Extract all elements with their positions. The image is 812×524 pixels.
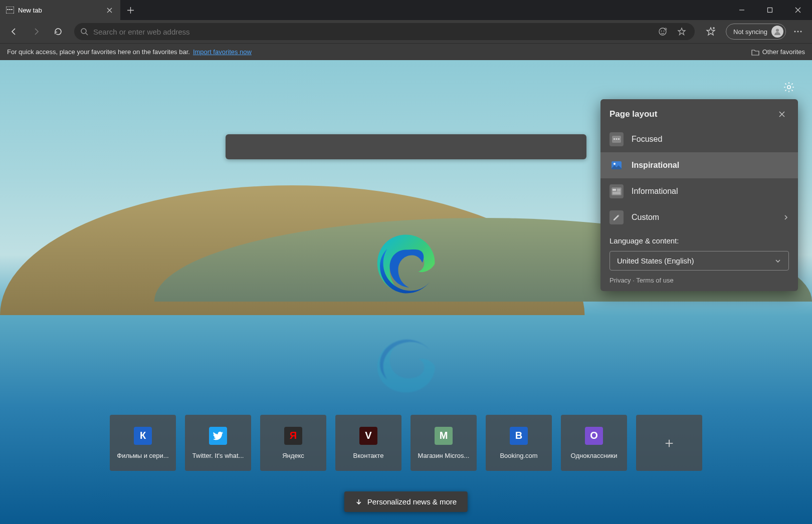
page-settings-button[interactable] xyxy=(780,78,798,96)
edge-logo-reflection xyxy=(373,337,439,395)
tile-label: Booking.com xyxy=(500,452,537,459)
tile-label: Фильмы и сери... xyxy=(117,452,168,459)
layout-option-inspirational[interactable]: Inspirational xyxy=(600,152,798,178)
new-tab-button[interactable] xyxy=(120,0,140,20)
svg-rect-22 xyxy=(613,189,616,191)
favorites-bar: For quick access, place your favorites h… xyxy=(0,43,812,60)
maximize-button[interactable] xyxy=(756,0,784,20)
arrow-down-icon xyxy=(355,498,362,505)
tile-label: Вконтакте xyxy=(353,452,384,459)
minimize-button[interactable] xyxy=(728,0,756,20)
tile-icon: В xyxy=(510,427,528,445)
tile-label: Магазин Micros... xyxy=(418,452,470,459)
ntp-search-box[interactable] xyxy=(226,134,586,159)
quick-link-tile[interactable]: ООдноклассники xyxy=(561,415,627,471)
layout-option-focused[interactable]: Focused xyxy=(600,126,798,152)
tile-icon: О xyxy=(585,427,603,445)
favorites-hint: For quick access, place your favorites h… xyxy=(7,48,190,56)
tile-icon: К xyxy=(134,427,152,445)
layout-option-label: Custom xyxy=(632,213,659,222)
svg-rect-21 xyxy=(612,187,622,195)
tile-label: Twitter. It's what... xyxy=(192,452,244,459)
back-button[interactable] xyxy=(4,22,24,42)
layout-option-informational[interactable]: Informational xyxy=(600,178,798,204)
tile-icon: V xyxy=(359,427,377,445)
svg-rect-18 xyxy=(618,138,620,140)
tab-newtab[interactable]: New tab xyxy=(0,0,120,20)
tile-icon xyxy=(209,427,227,445)
svg-point-6 xyxy=(659,28,666,35)
svg-point-5 xyxy=(81,29,86,34)
chevron-right-icon xyxy=(783,214,789,220)
folder-icon xyxy=(751,49,759,56)
svg-rect-3 xyxy=(11,9,13,10)
layout-option-icon xyxy=(610,184,624,198)
refresh-button[interactable] xyxy=(48,22,68,42)
svg-rect-1 xyxy=(7,9,9,10)
quick-link-tile[interactable]: VВконтакте xyxy=(335,415,401,471)
svg-point-10 xyxy=(776,29,779,32)
panel-footer: Privacy · Terms of use xyxy=(600,277,798,284)
svg-rect-17 xyxy=(616,138,618,140)
language-content-label: Language & content: xyxy=(600,230,798,248)
svg-point-12 xyxy=(797,31,799,33)
layout-option-label: Inspirational xyxy=(632,161,679,170)
other-favorites-button[interactable]: Other favorites xyxy=(751,48,805,56)
profile-sync-button[interactable]: Not syncing xyxy=(726,24,786,40)
svg-rect-2 xyxy=(9,9,11,10)
address-bar[interactable] xyxy=(74,23,695,40)
svg-rect-23 xyxy=(617,189,621,190)
tracking-prevention-icon[interactable] xyxy=(656,25,670,39)
language-value: United States (English) xyxy=(617,256,694,265)
terms-link[interactable]: Terms of use xyxy=(636,277,673,284)
layout-option-label: Focused xyxy=(632,135,662,144)
panel-close-button[interactable] xyxy=(775,107,789,121)
svg-point-20 xyxy=(614,163,616,165)
import-favorites-link[interactable]: Import favorites now xyxy=(193,48,252,56)
svg-point-11 xyxy=(794,31,796,33)
page-layout-panel: Page layout FocusedInspirationalInformat… xyxy=(600,99,798,291)
quick-link-tile[interactable]: КФильмы и сери... xyxy=(110,415,176,471)
toolbar: Not syncing xyxy=(0,20,812,43)
panel-title: Page layout xyxy=(610,109,657,119)
tab-title: New tab xyxy=(18,7,42,14)
language-select[interactable]: United States (English) xyxy=(610,251,789,271)
svg-point-13 xyxy=(800,31,802,33)
privacy-link[interactable]: Privacy xyxy=(610,277,631,284)
personalized-news-button[interactable]: Personalized news & more xyxy=(344,491,468,512)
forward-button[interactable] xyxy=(26,22,46,42)
favorite-star-icon[interactable] xyxy=(675,25,689,39)
quick-links: КФильмы и сери...Twitter. It's what...ЯЯ… xyxy=(110,415,702,471)
tab-close-button[interactable] xyxy=(102,3,116,17)
svg-point-7 xyxy=(661,31,662,32)
tile-icon: М xyxy=(435,427,453,445)
favorites-button[interactable] xyxy=(701,22,721,42)
tile-icon: Я xyxy=(284,427,302,445)
close-window-button[interactable] xyxy=(784,0,812,20)
search-icon xyxy=(80,28,88,36)
svg-rect-16 xyxy=(614,138,615,140)
other-favorites-label: Other favorites xyxy=(762,48,805,56)
address-input[interactable] xyxy=(93,28,651,36)
newtab-content: КФильмы и сери...Twitter. It's what...ЯЯ… xyxy=(0,60,812,524)
svg-rect-4 xyxy=(768,8,772,13)
settings-more-button[interactable] xyxy=(788,22,808,42)
add-tile-button[interactable]: ＋ xyxy=(636,415,702,471)
layout-option-icon xyxy=(610,132,624,146)
sync-label: Not syncing xyxy=(733,28,767,36)
layout-option-icon xyxy=(610,210,624,224)
window-controls xyxy=(728,0,812,20)
quick-link-tile[interactable]: Twitter. It's what... xyxy=(185,415,251,471)
quick-link-tile[interactable]: ММагазин Micros... xyxy=(411,415,477,471)
quick-link-tile[interactable]: ЯЯндекс xyxy=(260,415,326,471)
layout-option-custom[interactable]: Custom xyxy=(600,204,798,230)
chevron-down-icon xyxy=(774,257,781,265)
quick-link-tile[interactable]: ВBooking.com xyxy=(486,415,552,471)
newtab-page-icon xyxy=(6,6,14,14)
titlebar: New tab xyxy=(0,0,812,20)
svg-point-8 xyxy=(664,31,665,32)
tile-label: Яндекс xyxy=(282,452,304,459)
tile-label: Одноклассники xyxy=(571,452,618,459)
svg-point-14 xyxy=(787,86,790,89)
news-label: Personalized news & more xyxy=(367,497,457,506)
